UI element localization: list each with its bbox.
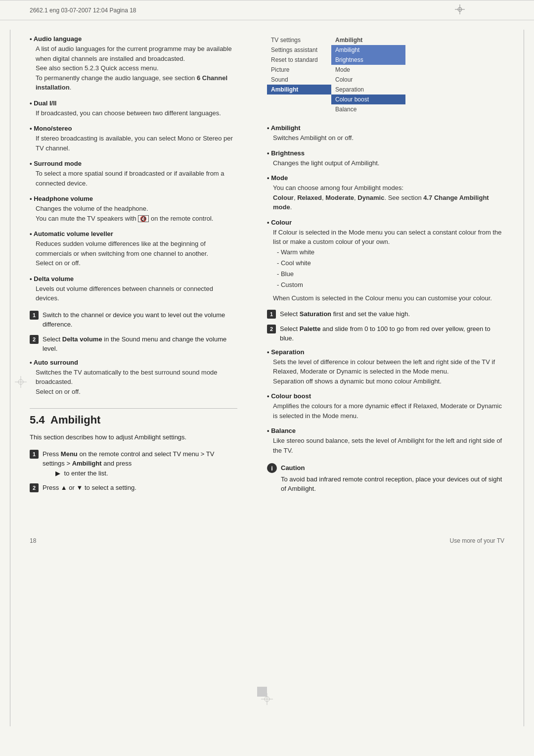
step-ambilight-2: 2 Press ▲ or ▼ to select a setting. xyxy=(30,483,237,493)
table-row-picture: Picture Mode xyxy=(267,65,405,75)
step-colour-1: 1 Select Saturation first and set the va… xyxy=(267,309,504,319)
bullet-title-dual: Dual I/II xyxy=(30,99,237,107)
table-col-ambilight-header: Ambilight xyxy=(331,35,405,45)
rb-text-separation: Sets the level of difference in colour b… xyxy=(273,357,504,386)
rb-title-separation: Separation xyxy=(267,348,504,356)
table-row-reset: Reset to standard Brightness xyxy=(267,55,405,65)
bullet-text-auto-volume: Reduces sudden volume differences like a… xyxy=(36,239,237,268)
right-column: TV settings Ambilight Settings assistant… xyxy=(257,35,504,498)
header-text: 2662.1 eng 03-07-2007 12:04 Pagina 18 xyxy=(30,7,136,14)
rb-text-balance: Like stereo sound balance, sets the leve… xyxy=(273,436,504,455)
step-text-colour-1: Select Saturation first and set the valu… xyxy=(280,309,410,319)
header-crosshair-icon xyxy=(455,4,465,16)
step-colour-2: 2 Select Palette and slide from 0 to 100… xyxy=(267,324,504,343)
page-thumb xyxy=(257,687,267,697)
footer-page-number: 18 xyxy=(30,537,36,544)
bullet-text-audio-language: A list of audio languages for the curren… xyxy=(36,44,237,93)
bullet-auto-volume: Automatic volume leveller Reduces sudden… xyxy=(30,230,237,268)
step-ambilight-1: 1 Press Menu on the remote control and s… xyxy=(30,449,237,478)
caution-content: Caution To avoid bad infrared remote con… xyxy=(281,463,504,494)
footer-text: Use more of your TV xyxy=(450,537,504,544)
rb-sub-warm-white: Warm white xyxy=(277,247,504,258)
step-text-delta-1: Switch to the channel or device you want… xyxy=(43,310,237,330)
rb-colour-boost: Colour boost Amplifies the colours for a… xyxy=(267,392,504,421)
table-cell-brightness: Brightness xyxy=(331,55,405,65)
bullet-text-headphone: Changes the volume of the headphone. You… xyxy=(36,204,237,223)
bullet-title-headphone: Headphone volume xyxy=(30,195,237,202)
right-border xyxy=(524,30,524,726)
main-content: Audio language A list of audio languages… xyxy=(0,35,534,498)
rb-title-colour: Colour xyxy=(267,219,504,226)
table-cell-ambilight-val: Ambilight xyxy=(331,45,405,55)
bullet-title-mono: Mono/stereo xyxy=(30,125,237,132)
table-col-tv-settings: TV settings xyxy=(267,35,331,45)
table-row-sound: Sound Colour xyxy=(267,75,405,85)
table-cell-colour-boost: Colour boost xyxy=(331,94,405,104)
bullet-text-auto-surround: Switches the TV automatically to the bes… xyxy=(36,368,237,397)
rb-text-colour-boost: Amplifies the colours for a more dynamic… xyxy=(273,401,504,421)
caution-box: i Caution To avoid bad infrared remote c… xyxy=(267,463,504,494)
table-cell-picture: Picture xyxy=(267,65,331,75)
bullet-audio-language: Audio language A list of audio languages… xyxy=(30,35,237,93)
step-number-c2: 2 xyxy=(267,325,276,333)
table-cell-reset: Reset to standard xyxy=(267,55,331,65)
table-cell-empty1 xyxy=(267,94,331,104)
table-cell-settings-assistant: Settings assistant xyxy=(267,45,331,55)
table-row-settings-assistant: Settings assistant Ambilight xyxy=(267,45,405,55)
bullet-text-delta: Levels out volume differences between ch… xyxy=(36,284,237,303)
settings-table: TV settings Ambilight Settings assistant… xyxy=(267,35,405,114)
bullet-title-auto-volume: Automatic volume leveller xyxy=(30,230,237,237)
rb-text-custom-note: When Custom is selected in the Colour me… xyxy=(273,293,504,303)
rb-text-colour: If Colour is selected in the Mode menu y… xyxy=(273,228,504,247)
rb-balance: Balance Like stereo sound balance, sets … xyxy=(267,427,504,455)
step-text-delta-2: Select Delta volume in the Sound menu an… xyxy=(43,334,237,354)
table-cell-mode: Mode xyxy=(331,65,405,75)
bullet-title-delta: Delta volume xyxy=(30,275,237,283)
bullet-title-auto-surround: Auto surround xyxy=(30,359,237,366)
table-row-ambilight: Ambilight Separation xyxy=(267,85,405,94)
table-cell-empty2 xyxy=(267,104,331,114)
table-header-row: TV settings Ambilight xyxy=(267,35,405,45)
step-text-ambilight-1: Press Menu on the remote control and sel… xyxy=(43,449,237,478)
table-cell-colour: Colour xyxy=(331,75,405,85)
step-number-a1: 1 xyxy=(30,450,39,459)
rb-sub-blue: Blue xyxy=(277,269,504,280)
rb-title-ambilight: Ambilight xyxy=(267,124,504,132)
rb-text-mode: You can choose among four Ambilight mode… xyxy=(273,183,504,212)
step-number-c1: 1 xyxy=(267,310,276,319)
rb-separation: Separation Sets the level of difference … xyxy=(267,348,504,386)
table-cell-separation: Separation xyxy=(331,85,405,94)
rb-ambilight: Ambilight Switches Ambilight on or off. xyxy=(267,124,504,143)
step-number-a2: 2 xyxy=(30,483,39,492)
rb-sub-custom: Custom xyxy=(277,280,504,290)
bullet-mono-stereo: Mono/stereo If stereo broadcasting is av… xyxy=(30,125,237,153)
left-column: Audio language A list of audio languages… xyxy=(30,35,257,498)
rb-title-brightness: Brightness xyxy=(267,149,504,157)
bullet-text-dual: If broadcasted, you can choose between t… xyxy=(36,108,237,118)
rb-text-ambilight: Switches Ambilight on or off. xyxy=(273,133,504,143)
bullet-headphone: Headphone volume Changes the volume of t… xyxy=(30,195,237,223)
step-delta-2: 2 Select Delta volume in the Sound menu … xyxy=(30,334,237,354)
caution-icon: i xyxy=(267,463,277,473)
bullet-dual-i-ii: Dual I/II If broadcasted, you can choose… xyxy=(30,99,237,118)
section-heading-ambilight: 5.4 Ambilight xyxy=(30,408,237,426)
left-border xyxy=(10,30,10,726)
caution-title: Caution xyxy=(281,463,504,473)
table-row-balance: Balance xyxy=(267,104,405,114)
header-bar: 2662.1 eng 03-07-2007 12:04 Pagina 18 xyxy=(0,0,534,20)
section-intro-ambilight: This section describes how to adjust Amb… xyxy=(30,432,237,442)
step-text-colour-2: Select Palette and slide from 0 to 100 t… xyxy=(280,324,504,343)
svg-point-8 xyxy=(265,697,269,702)
table-row-colour-boost: Colour boost xyxy=(267,94,405,104)
step-text-ambilight-2: Press ▲ or ▼ to select a setting. xyxy=(43,483,136,493)
rb-title-colour-boost: Colour boost xyxy=(267,392,504,400)
rb-sub-cool-white: Cool white xyxy=(277,258,504,269)
footer: 18 Use more of your TV xyxy=(0,527,534,554)
caution-text: To avoid bad infrared remote control rec… xyxy=(281,474,504,494)
table-cell-balance: Balance xyxy=(331,104,405,114)
bullet-text-surround: To select a more spatial sound if broadc… xyxy=(36,169,237,188)
bullet-title-surround: Surround mode xyxy=(30,160,237,167)
bullet-title-audio-language: Audio language xyxy=(30,35,237,43)
bullet-text-mono: If stereo broadcasting is available, you… xyxy=(36,134,237,153)
rb-brightness: Brightness Changes the light output of A… xyxy=(267,149,504,168)
